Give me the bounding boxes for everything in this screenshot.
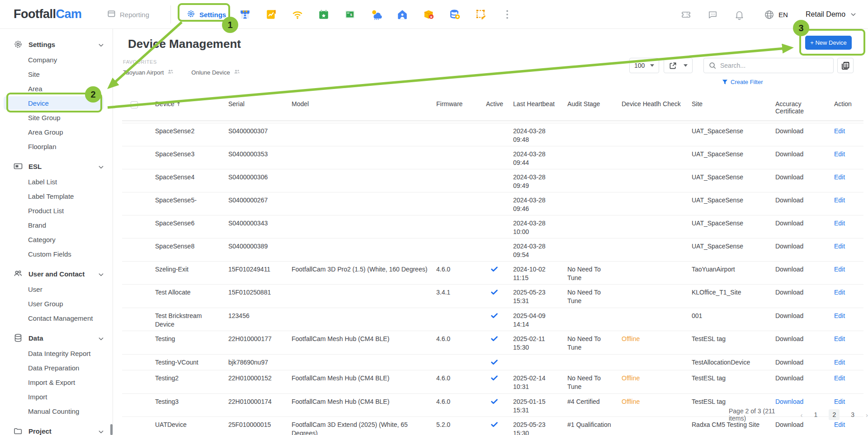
billing-icon[interactable]: $ — [344, 9, 356, 20]
sidebar-item-product-list[interactable]: Product List — [0, 203, 113, 218]
sidebar-section-settings[interactable]: Settings — [0, 36, 113, 52]
analytics-icon[interactable] — [265, 9, 277, 20]
sidebar-item-data-integrity-report[interactable]: Data Integrity Report — [0, 346, 113, 360]
column-header-label: Model — [292, 100, 309, 108]
next-page-button[interactable]: › — [866, 411, 868, 419]
column-header-active[interactable]: Active — [486, 95, 513, 121]
column-header-model[interactable]: Model — [292, 95, 436, 121]
favourite-chip-onlune-device[interactable]: Onlune Device — [191, 68, 240, 77]
create-filter-button[interactable]: Create Filter — [722, 79, 763, 85]
new-device-button[interactable]: + New Device — [805, 36, 852, 50]
sidebar-item-custom-fields[interactable]: Custom Fields — [0, 247, 113, 261]
favourite-chip-taoyuan-airport[interactable]: Taoyuan Airport — [123, 68, 174, 77]
edit-link[interactable]: Edit — [834, 146, 863, 169]
sidebar-item-label-list[interactable]: Label List — [0, 174, 113, 189]
nav-settings[interactable]: Settings — [187, 0, 226, 29]
cell-site: TestESL tag — [692, 331, 775, 354]
sidebar-item-user-group[interactable]: User Group — [0, 296, 113, 311]
active-check-icon — [491, 290, 498, 297]
data-tag-icon[interactable] — [449, 9, 461, 20]
sidebar-item-floorplan[interactable]: Floorplan — [0, 139, 113, 154]
column-header-last-heartbeat[interactable]: Last Heartbeat — [513, 95, 567, 121]
weather-icon[interactable] — [370, 9, 382, 20]
account-menu[interactable]: Retail Demo — [806, 0, 856, 29]
nav-reporting[interactable]: Reporting — [107, 0, 149, 29]
zone-editor-icon[interactable] — [475, 9, 487, 20]
edit-link[interactable]: Edit — [834, 331, 863, 354]
page-number-3[interactable]: 3 — [847, 409, 858, 420]
edit-link[interactable]: Edit — [834, 370, 863, 393]
edit-link[interactable]: Edit — [834, 215, 863, 238]
edit-link[interactable]: Edit — [834, 285, 863, 308]
cell-model: FootfallCam Mesh Hub (CM4 BLE) — [292, 331, 436, 354]
sidebar-item-user[interactable]: User — [0, 282, 113, 296]
wifi-icon[interactable] — [292, 9, 303, 20]
column-header-action[interactable]: Action — [834, 95, 863, 121]
events-icon[interactable] — [318, 9, 330, 20]
sidebar-section-data[interactable]: Data — [0, 330, 113, 346]
sidebar-item-site[interactable]: Site — [0, 67, 113, 81]
cell-serial: 123456 — [228, 308, 292, 331]
sidebar-item-brand[interactable]: Brand — [0, 218, 113, 232]
column-header-site[interactable]: Site — [692, 95, 775, 121]
footfallcam-logo[interactable]: FootfallCam — [14, 7, 82, 21]
sidebar-section-esl[interactable]: ESL — [0, 158, 113, 174]
active-check-icon — [491, 399, 498, 407]
cell-serial: 22H010000174 — [228, 394, 292, 416]
sidebar-item-area[interactable]: Area — [0, 81, 113, 96]
column-header-accuracy-certificate[interactable]: Accuracy Certificate — [775, 95, 834, 121]
cell-audit-stage — [567, 215, 622, 238]
smart-home-icon[interactable] — [396, 9, 408, 20]
product-icon[interactable]: ★ — [423, 9, 434, 20]
edit-link[interactable]: Edit — [834, 262, 863, 284]
cell-accuracy-certificate: Download — [775, 262, 834, 284]
column-header-device[interactable]: Device — [149, 95, 228, 121]
sidebar-item-device[interactable]: Device — [0, 96, 113, 110]
column-header-label: Firmware — [436, 100, 462, 108]
search-input[interactable] — [720, 62, 829, 69]
sidebar-item-label: Company — [28, 56, 57, 64]
sidebar-item-data-preparation[interactable]: Data Preparation — [0, 360, 113, 375]
page-number-1[interactable]: 1 — [811, 409, 821, 420]
sidebar-item-site-group[interactable]: Site Group — [0, 110, 113, 125]
more-icon[interactable] — [501, 9, 513, 20]
cell-health-check — [622, 285, 692, 308]
select-all-checkbox[interactable] — [131, 101, 138, 108]
edit-link[interactable]: Edit — [834, 169, 863, 192]
column-header-device-heatlh-check[interactable]: Device Heatlh Check — [622, 95, 692, 121]
gear-icon — [14, 40, 23, 49]
page-number-2[interactable]: 2 — [829, 409, 840, 420]
cell-last-heartbeat: 2025-05-23 15:30 — [513, 417, 567, 435]
edit-link[interactable]: Edit — [834, 239, 863, 261]
sidebar-item-contact-management[interactable]: Contact Management — [0, 311, 113, 325]
language-selector[interactable]: EN — [764, 0, 788, 29]
cell-model — [292, 285, 436, 308]
cell-model — [292, 308, 436, 331]
column-header-audit-stage[interactable]: Audit Stage — [567, 95, 622, 121]
ticket-icon[interactable] — [681, 9, 691, 20]
sidebar-item-category[interactable]: Category — [0, 232, 113, 247]
svg-text:$: $ — [350, 13, 352, 17]
sidebar-item-manual-counting[interactable]: Manual Counting — [0, 404, 113, 418]
column-header-serial[interactable]: Serial — [228, 95, 292, 121]
edit-link[interactable]: Edit — [834, 308, 863, 331]
previous-page-button[interactable]: ‹ — [801, 411, 803, 419]
sidebar-item-area-group[interactable]: Area Group — [0, 125, 113, 139]
store-icon[interactable] — [239, 9, 251, 20]
edit-link[interactable]: Edit — [834, 355, 863, 370]
column-header-firmware[interactable]: Firmware — [436, 95, 486, 121]
sidebar-item-company[interactable]: Company — [0, 52, 113, 67]
chat-icon[interactable] — [708, 9, 718, 20]
column-settings-button[interactable] — [837, 58, 854, 73]
sidebar-item-label-template[interactable]: Label Template — [0, 189, 113, 203]
sidebar-item-import-export[interactable]: Import & Export — [0, 375, 113, 389]
edit-link[interactable]: Edit — [834, 192, 863, 215]
notification-bell-icon[interactable] — [734, 9, 745, 20]
page-size-select[interactable]: 100 — [629, 58, 659, 73]
sidebar-section-project[interactable]: Project — [0, 423, 113, 435]
edit-link[interactable]: Edit — [834, 123, 863, 146]
export-button[interactable] — [664, 58, 693, 73]
sidebar-scrollbar[interactable] — [110, 424, 113, 435]
sidebar-item-import[interactable]: Import — [0, 389, 113, 404]
sidebar-section-user-and-contact[interactable]: User and Contact — [0, 266, 113, 282]
